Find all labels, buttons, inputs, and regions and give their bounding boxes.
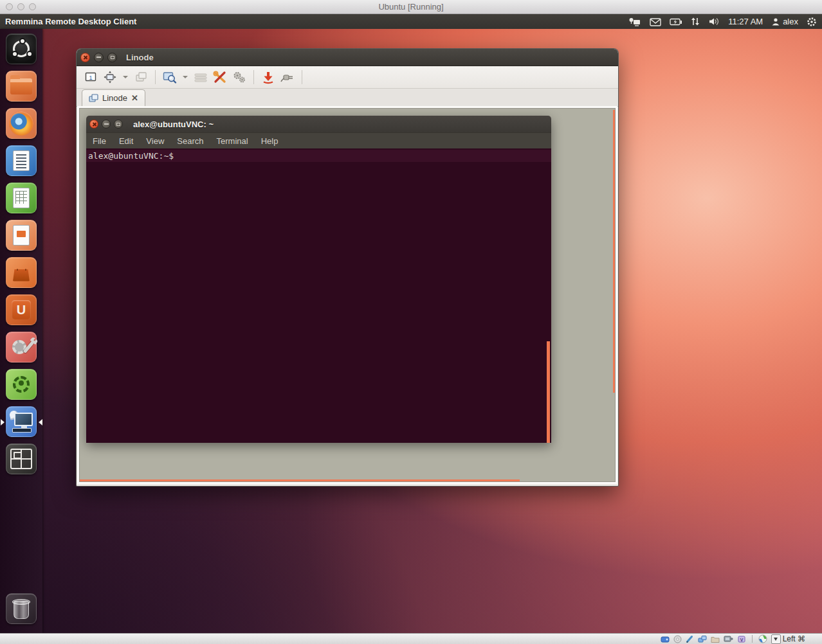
launcher-item-ubuntu-software-center[interactable] [6,257,37,288]
volume-icon[interactable] [708,17,720,26]
launcher-item-firefox[interactable] [6,108,37,139]
tab-label: Linode [102,93,127,103]
window-minimize-button[interactable] [94,53,104,62]
green-gear-icon [13,376,30,393]
remmina-toolbar: 1 [77,66,618,89]
launcher-item-software-updater[interactable] [6,369,37,400]
viewport-scrollbar-artifact-bottom [80,479,520,482]
features-chip-icon[interactable]: V [737,635,746,643]
terminal-minimize-button[interactable] [102,120,111,129]
scaled-mode-button[interactable] [161,69,179,85]
terminal-maximize-button[interactable] [114,120,123,129]
unity-launcher: U [0,29,42,633]
connection-tab[interactable]: Linode ✕ [82,89,145,106]
clock[interactable]: 11:27 AM [728,17,763,26]
session-gear-icon[interactable] [807,17,817,27]
virtualbox-statusbar: V Left ⌘ [0,633,822,644]
gear-wrench-icon [12,337,31,357]
shell-prompt: alex@ubuntuVNC:~$ [86,151,174,161]
remote-terminal-window[interactable]: alex@ubuntuVNC: ~ File Edit View Search … [86,116,551,442]
desktop-wallpaper: U Linode 1 [0,29,822,633]
tab-windows-icon [89,94,98,102]
trash-icon [14,601,29,619]
menu-file[interactable]: File [86,136,113,146]
folder-icon [10,78,32,94]
sync-arrows-icon[interactable] [691,17,700,26]
menu-help[interactable]: Help [255,136,285,146]
launcher-item-home-folder[interactable] [6,71,37,102]
host-window-title: Ubuntu [Running] [0,0,822,14]
user-menu[interactable]: alex [771,17,798,26]
writer-document-icon [13,150,30,171]
menu-terminal[interactable]: Terminal [210,136,255,146]
mail-icon[interactable] [650,17,661,26]
hdd-icon[interactable] [661,635,670,643]
terminal-body[interactable]: alex@ubuntuVNC:~$ [86,148,551,443]
preferences-gears-button[interactable] [230,69,248,85]
minimize-to-tray-button[interactable] [259,69,277,85]
terminal-menubar: File Edit View Search Terminal Help [86,132,551,148]
terminal-scrollbar[interactable] [547,341,550,443]
network-icon[interactable] [628,17,641,27]
workspace-grid-icon [10,449,32,469]
terminal-title: alex@ubuntuVNC: ~ [133,120,214,129]
scaled-mode-dropdown-caret[interactable] [183,76,188,78]
terminal-close-button[interactable] [89,120,98,129]
statusbar-separator [752,635,753,643]
user-icon [771,17,780,26]
toggle-fullscreen-button[interactable]: 1 [82,69,100,85]
host-key-indicator: Left ⌘ [771,634,805,644]
battery-icon[interactable] [670,18,682,26]
launcher-item-libreoffice-calc[interactable] [6,183,37,213]
launcher-item-trash[interactable] [6,593,37,624]
shopping-bag-icon [13,269,30,282]
menu-search[interactable]: Search [170,136,210,146]
remote-desktop-view[interactable]: alex@ubuntuVNC: ~ File Edit View Search … [79,108,616,482]
remmina-viewport-frame: alex@ubuntuVNC: ~ File Edit View Search … [77,106,617,484]
launcher-item-remmina[interactable] [6,406,37,437]
keyboard-capture-icon[interactable] [771,634,781,644]
svg-text:V: V [740,637,743,641]
focused-indicator-arrow [39,419,42,425]
disconnect-button[interactable] [279,69,297,85]
remmina-titlebar[interactable]: Linode [77,49,618,66]
window-maximize-button[interactable] [107,53,117,62]
mouse-integration-icon[interactable] [758,634,767,643]
launcher-item-libreoffice-writer[interactable] [6,145,37,176]
panel-indicators: 11:27 AM alex [628,17,817,27]
fit-window-button[interactable] [101,69,119,85]
tools-button[interactable] [211,69,229,85]
host-window-titlebar: Ubuntu [Running] [0,0,822,14]
audio-pen-icon[interactable] [686,635,694,643]
viewport-scrollbar-artifact [613,110,616,393]
launcher-item-ubuntu-one[interactable]: U [6,294,37,325]
terminal-titlebar[interactable]: alex@ubuntuVNC: ~ [86,116,551,132]
calc-spreadsheet-icon [13,188,30,208]
launcher-item-system-settings[interactable] [6,332,37,362]
optical-disc-icon[interactable] [673,635,682,643]
grab-keyboard-button[interactable] [192,69,210,85]
host-key-label: Left ⌘ [783,634,805,643]
network-adapters-icon[interactable] [698,635,707,643]
svg-text:1: 1 [89,75,92,81]
toolbar-separator [302,70,302,84]
username: alex [783,17,798,26]
ubuntu-top-panel: Remmina Remote Desktop Client 11:27 AM a… [0,14,822,29]
toolbar-separator [253,70,254,84]
ubuntu-one-icon: U [12,300,31,319]
menu-edit[interactable]: Edit [113,136,140,146]
display-icon[interactable] [724,635,733,643]
remmina-icon [10,411,33,433]
remmina-window-title: Linode [126,53,154,62]
launcher-item-libreoffice-impress[interactable] [6,220,37,251]
menu-view[interactable]: View [140,136,170,146]
impress-presentation-icon [13,225,30,246]
duplicate-connection-button[interactable] [132,69,150,85]
tab-close-icon[interactable]: ✕ [131,94,138,102]
window-close-button[interactable] [80,53,90,62]
remmina-window: Linode 1 [76,48,619,487]
launcher-item-dash-home[interactable] [6,33,37,64]
launcher-item-workspace-switcher[interactable] [6,443,37,474]
shared-folders-icon[interactable] [711,635,720,643]
fit-window-dropdown-caret[interactable] [123,76,128,78]
